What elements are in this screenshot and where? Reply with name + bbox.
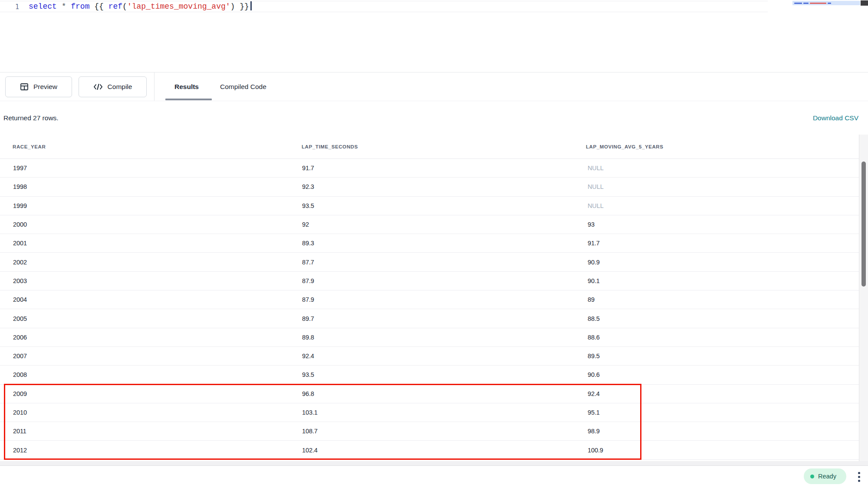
table-cell-lap-moving-avg-5-years: 88.5 xyxy=(588,315,600,322)
table-scrollbar-track[interactable] xyxy=(859,135,868,466)
table-row: 200792.489.5 xyxy=(0,347,859,366)
table-cell-race-year: 2001 xyxy=(13,240,27,247)
table-cell-race-year: 2010 xyxy=(13,409,27,416)
minimap-mark xyxy=(803,3,809,4)
code-token: * xyxy=(62,2,66,11)
toolbar-divider xyxy=(154,73,155,101)
table-row: 20009293 xyxy=(0,215,859,234)
table-cell-lap-moving-avg-5-years: 89.5 xyxy=(588,353,600,359)
code-token: select xyxy=(29,2,57,11)
tab-compiled-code-label: Compiled Code xyxy=(220,83,266,91)
code-token: {{ xyxy=(89,2,108,11)
table-cell-race-year: 2006 xyxy=(13,334,27,341)
table-cell-lap-time-seconds: 108.7 xyxy=(302,428,318,435)
code-token: ( xyxy=(122,2,127,11)
table-cell-lap-time-seconds: 89.8 xyxy=(302,334,314,341)
compile-button-label: Compile xyxy=(108,83,132,91)
minimap-mark xyxy=(794,3,802,4)
table-cell-race-year: 2011 xyxy=(13,428,26,435)
code-brackets-icon xyxy=(93,83,103,91)
horizontal-scrollbar-track[interactable] xyxy=(0,461,868,466)
table-cell-lap-time-seconds: 91.7 xyxy=(302,165,314,171)
results-toolbar: Preview Compile Results Compiled Code xyxy=(0,72,868,101)
column-header-lap-time-seconds: LAP_TIME_SECONDS xyxy=(302,135,358,159)
table-cell-race-year: 1998 xyxy=(13,183,27,190)
table-row: 200387.990.1 xyxy=(0,272,859,290)
table-cell-race-year: 2003 xyxy=(13,277,27,284)
table-cell-race-year: 2008 xyxy=(13,371,27,378)
table-row: 2011108.798.9 xyxy=(0,422,859,441)
table-cell-lap-moving-avg-5-years: 88.6 xyxy=(588,334,600,341)
table-cell-lap-moving-avg-5-years: 89 xyxy=(588,296,595,303)
table-cell-lap-time-seconds: 93.5 xyxy=(302,371,314,378)
code-token xyxy=(57,2,62,11)
row-count-text: Returned 27 rows. xyxy=(3,114,59,122)
table-cell-race-year: 2005 xyxy=(13,315,27,322)
tab-results[interactable]: Results xyxy=(174,73,199,101)
table-row: 200589.788.5 xyxy=(0,309,859,328)
compile-button[interactable]: Compile xyxy=(79,76,147,97)
code-token: }} xyxy=(235,2,249,11)
minimap-mark xyxy=(810,3,826,4)
table-cell-lap-moving-avg-5-years: NULL xyxy=(588,183,604,190)
table-cell-lap-time-seconds: 92.3 xyxy=(302,183,314,190)
table-row: 200893.590.6 xyxy=(0,366,859,384)
editor-scrollbar[interactable] xyxy=(861,0,868,6)
editor-minimap[interactable] xyxy=(792,1,860,5)
table-cell-lap-time-seconds: 92 xyxy=(302,221,309,228)
table-cell-race-year: 2000 xyxy=(13,221,27,228)
table-row: 199892.3NULL xyxy=(0,178,859,196)
kebab-menu-icon[interactable] xyxy=(855,469,863,484)
table-cell-race-year: 1999 xyxy=(13,202,27,209)
results-table-header: RACE_YEAR LAP_TIME_SECONDS LAP_MOVING_AV… xyxy=(0,135,859,159)
code-line[interactable]: select * from {{ ref('lap_times_moving_a… xyxy=(29,1,252,12)
table-cell-lap-moving-avg-5-years: 90.6 xyxy=(588,371,600,378)
table-row: 199791.7NULL xyxy=(0,159,859,178)
line-number: 1 xyxy=(0,2,19,12)
table-cell-lap-moving-avg-5-years: 95.1 xyxy=(588,409,600,416)
column-header-race-year: RACE_YEAR xyxy=(13,135,46,159)
table-cell-race-year: 2007 xyxy=(13,353,27,359)
table-cell-lap-time-seconds: 103.1 xyxy=(302,409,318,416)
table-cell-lap-moving-avg-5-years: 93 xyxy=(588,221,595,228)
table-cell-lap-time-seconds: 87.7 xyxy=(302,259,314,266)
table-cell-race-year: 2004 xyxy=(13,296,27,303)
tab-results-label: Results xyxy=(174,83,199,91)
table-row: 2010103.195.1 xyxy=(0,403,859,422)
table-cell-lap-moving-avg-5-years: 90.1 xyxy=(588,277,600,284)
table-cell-race-year: 2002 xyxy=(13,259,27,266)
download-csv-link[interactable]: Download CSV xyxy=(813,114,858,122)
preview-button[interactable]: Preview xyxy=(5,76,72,97)
minimap-mark xyxy=(828,3,831,4)
dbt-ide-page: 1 select * from {{ ref('lap_times_moving… xyxy=(0,0,868,488)
table-cell-lap-moving-avg-5-years: 91.7 xyxy=(588,240,600,247)
table-cell-lap-time-seconds: 89.3 xyxy=(302,240,314,247)
column-header-lap-moving-avg-5-years: LAP_MOVING_AVG_5_YEARS xyxy=(586,135,664,159)
table-cell-lap-moving-avg-5-years: 100.9 xyxy=(588,447,603,454)
status-badge: Ready xyxy=(804,468,846,484)
code-token: ref xyxy=(108,2,122,11)
tab-compiled-code[interactable]: Compiled Code xyxy=(220,73,266,101)
table-row: 200689.888.6 xyxy=(0,328,859,347)
code-token xyxy=(66,2,71,11)
status-bar: Ready xyxy=(0,466,868,488)
table-cell-lap-moving-avg-5-years: 92.4 xyxy=(588,390,600,397)
table-row: 200189.391.7 xyxy=(0,234,859,253)
status-badge-label: Ready xyxy=(818,473,836,480)
code-token: ) xyxy=(230,2,235,11)
table-row: 2012102.4100.9 xyxy=(0,441,859,459)
table-cell-lap-moving-avg-5-years: 90.9 xyxy=(588,259,600,266)
table-cell-lap-moving-avg-5-years: 98.9 xyxy=(588,428,600,435)
table-cell-lap-time-seconds: 102.4 xyxy=(302,447,318,454)
preview-button-label: Preview xyxy=(33,83,57,91)
table-grid-icon xyxy=(20,82,29,91)
table-cell-lap-time-seconds: 89.7 xyxy=(302,315,314,322)
table-cell-lap-time-seconds: 92.4 xyxy=(302,353,314,359)
table-cell-race-year: 2012 xyxy=(13,447,27,454)
table-scrollbar-thumb[interactable] xyxy=(861,162,866,287)
code-editor[interactable]: 1 select * from {{ ref('lap_times_moving… xyxy=(0,0,868,72)
table-cell-lap-time-seconds: 87.9 xyxy=(302,296,314,303)
text-cursor xyxy=(250,1,252,10)
green-dot-icon xyxy=(810,475,814,478)
code-token: 'lap_times_moving_avg' xyxy=(127,2,230,11)
